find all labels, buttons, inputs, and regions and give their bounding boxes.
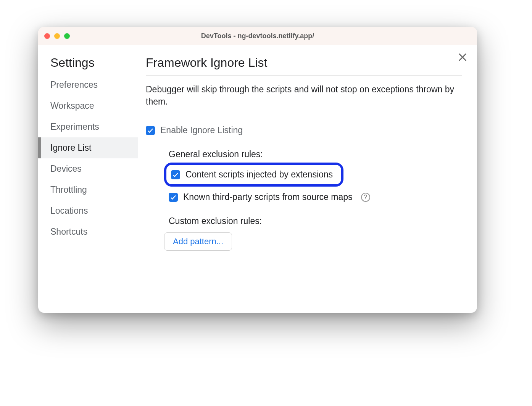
sidebar-title: Settings	[38, 56, 138, 74]
enable-ignore-listing-row: Enable Ignore Listing	[146, 125, 462, 135]
close-icon[interactable]	[457, 52, 468, 63]
window-minimize-button[interactable]	[54, 33, 60, 39]
enable-ignore-listing-label: Enable Ignore Listing	[160, 125, 243, 135]
sidebar-item-devices[interactable]: Devices	[38, 158, 138, 179]
traffic-lights	[44, 33, 70, 39]
settings-main: Framework Ignore List Debugger will skip…	[138, 45, 477, 313]
window-close-button[interactable]	[44, 33, 50, 39]
settings-body: Settings Preferences Workspace Experimen…	[38, 45, 477, 313]
general-rules-label: General exclusion rules:	[169, 149, 462, 160]
rule-third-party-checkbox[interactable]	[169, 193, 178, 202]
devtools-window: DevTools - ng-devtools.netlify.app/ Sett…	[38, 27, 477, 313]
page-description: Debugger will skip through the scripts a…	[146, 83, 462, 108]
sidebar-item-throttling[interactable]: Throttling	[38, 179, 138, 200]
rule-content-scripts-row: Content scripts injected by extensions	[164, 163, 343, 187]
rule-third-party-row: Known third-party scripts from source ma…	[169, 192, 462, 202]
sidebar-item-experiments[interactable]: Experiments	[38, 116, 138, 137]
help-icon[interactable]: ?	[361, 193, 370, 202]
sidebar-item-locations[interactable]: Locations	[38, 200, 138, 221]
page-title: Framework Ignore List	[146, 56, 462, 76]
sidebar-item-shortcuts[interactable]: Shortcuts	[38, 221, 138, 242]
rule-content-scripts-checkbox[interactable]	[171, 170, 180, 179]
rule-third-party-label: Known third-party scripts from source ma…	[183, 192, 353, 202]
titlebar: DevTools - ng-devtools.netlify.app/	[38, 27, 477, 45]
window-maximize-button[interactable]	[64, 33, 70, 39]
sidebar-item-ignore-list[interactable]: Ignore List	[38, 137, 138, 158]
add-pattern-button[interactable]: Add pattern...	[164, 232, 232, 251]
custom-rules-label: Custom exclusion rules:	[169, 216, 462, 226]
enable-ignore-listing-checkbox[interactable]	[146, 126, 155, 135]
settings-sidebar: Settings Preferences Workspace Experimen…	[38, 45, 138, 313]
rule-content-scripts-label: Content scripts injected by extensions	[185, 169, 333, 180]
sidebar-item-preferences[interactable]: Preferences	[38, 74, 138, 95]
sidebar-item-workspace[interactable]: Workspace	[38, 95, 138, 116]
window-title: DevTools - ng-devtools.netlify.app/	[38, 32, 477, 40]
